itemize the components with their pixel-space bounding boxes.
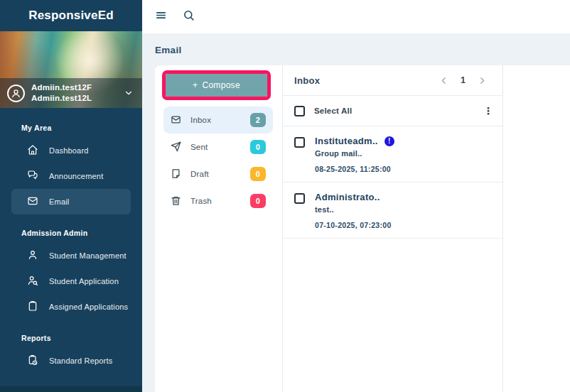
sidebar-item-label: Standard Reports bbox=[49, 356, 112, 365]
select-all-row: Select All ⋮ bbox=[283, 96, 502, 126]
inbox-envelope-icon bbox=[171, 114, 181, 126]
inbox-header: Inbox 1 bbox=[283, 65, 502, 96]
email-checkbox[interactable] bbox=[294, 193, 305, 204]
sidebar-item-label: Assigned Applications bbox=[49, 303, 128, 311]
top-navbar bbox=[142, 0, 570, 34]
folder-label: Sent bbox=[190, 143, 208, 151]
clipboard-clock-icon bbox=[27, 354, 38, 367]
person-icon bbox=[27, 249, 38, 262]
profile-name: Admiin.test12F Admiin.test12L bbox=[31, 82, 92, 104]
profile-name-line2: Admiin.test12L bbox=[31, 94, 92, 102]
email-summary: Instituteadm.. ! Group mail.. 08-25-2025… bbox=[315, 136, 394, 173]
compose-highlight-box: + Compose bbox=[162, 70, 271, 100]
sidebar-item-label: Announcement bbox=[49, 172, 103, 180]
email-summary: Administrato.. test.. 07-10-2025, 07:23:… bbox=[315, 192, 392, 229]
page-header: Email bbox=[142, 34, 570, 65]
person-search-icon bbox=[27, 275, 38, 288]
pagination: 1 bbox=[439, 75, 487, 85]
folder-label: Trash bbox=[190, 197, 212, 205]
hamburger-icon[interactable] bbox=[155, 9, 167, 24]
inbox-panel-title: Inbox bbox=[294, 75, 320, 86]
email-list-item[interactable]: Instituteadm.. ! Group mail.. 08-25-2025… bbox=[283, 126, 502, 183]
sidebar-banner-image: Admiin.test12F Admiin.test12L bbox=[0, 31, 142, 108]
sidebar-item-label: Student Application bbox=[49, 277, 119, 285]
sidebar-nav: My Area Dashboard Announcement Email Adm… bbox=[0, 108, 142, 374]
folder-count-badge: 0 bbox=[250, 167, 266, 181]
sidebar-item-dashboard[interactable]: Dashboard bbox=[11, 138, 131, 163]
section-label-my-area: My Area bbox=[21, 124, 131, 132]
sidebar-item-label: Student Management bbox=[49, 251, 127, 260]
select-all-label: Select All bbox=[314, 107, 352, 115]
folder-list: Inbox 2 Sent 0 Draft 0 Trash 0 bbox=[155, 107, 282, 214]
email-folders-column: + Compose Inbox 2 Sent 0 Draft bbox=[155, 65, 282, 392]
email-sender: Administrato.. bbox=[315, 192, 380, 202]
email-reading-pane bbox=[503, 65, 570, 392]
folder-count-badge: 2 bbox=[250, 113, 266, 127]
sender-line: Administrato.. bbox=[315, 192, 392, 202]
draft-note-icon bbox=[171, 168, 181, 180]
folder-item-sent[interactable]: Sent 0 bbox=[163, 134, 273, 160]
email-subject: test.. bbox=[315, 205, 392, 214]
folder-count-badge: 0 bbox=[250, 140, 266, 154]
main-area: Email + Compose Inbox 2 Sent 0 bbox=[142, 0, 570, 392]
sidebar-item-student-application[interactable]: Student Application bbox=[11, 268, 131, 294]
folder-item-trash[interactable]: Trash 0 bbox=[163, 187, 273, 214]
plus-icon: + bbox=[193, 80, 198, 90]
clipboard-icon bbox=[27, 300, 38, 313]
folder-item-inbox[interactable]: Inbox 2 bbox=[163, 107, 273, 134]
sidebar-item-student-management[interactable]: Student Management bbox=[11, 243, 131, 268]
kebab-menu-icon[interactable]: ⋮ bbox=[483, 109, 494, 113]
email-list-item[interactable]: Administrato.. test.. 07-10-2025, 07:23:… bbox=[283, 183, 502, 239]
section-label-admission-admin: Admission Admin bbox=[21, 229, 131, 237]
folder-count-badge: 0 bbox=[250, 194, 266, 208]
sidebar-item-announcement[interactable]: Announcement bbox=[11, 163, 131, 189]
folder-label: Inbox bbox=[190, 116, 211, 124]
email-subject: Group mail.. bbox=[315, 149, 394, 158]
sidebar-item-label: Email bbox=[49, 197, 70, 206]
profile-name-line1: Admiin.test12F bbox=[31, 83, 92, 92]
sidebar-item-assigned-applications[interactable]: Assigned Applications bbox=[11, 294, 131, 320]
email-icon bbox=[27, 195, 38, 208]
sidebar-item-email[interactable]: Email bbox=[11, 189, 131, 214]
folder-item-draft[interactable]: Draft 0 bbox=[163, 160, 273, 187]
compose-button[interactable]: + Compose bbox=[166, 74, 267, 97]
person-circle-icon bbox=[7, 85, 25, 102]
home-icon bbox=[27, 144, 38, 157]
inbox-list-panel: Inbox 1 Select All ⋮ Instituteadm.. ! bbox=[283, 65, 502, 392]
trash-icon bbox=[171, 195, 181, 207]
compose-button-label: Compose bbox=[202, 80, 240, 90]
pagination-next-button[interactable] bbox=[478, 76, 487, 85]
pagination-prev-button[interactable] bbox=[439, 76, 448, 85]
email-checkbox[interactable] bbox=[294, 137, 305, 148]
select-all-checkbox[interactable] bbox=[294, 106, 305, 116]
page-title: Email bbox=[155, 45, 182, 55]
pagination-page-number: 1 bbox=[461, 75, 466, 85]
app-logo: ResponsiveEd bbox=[0, 0, 142, 31]
sidebar-item-standard-reports[interactable]: Standard Reports bbox=[11, 348, 131, 374]
email-date: 07-10-2025, 07:23:00 bbox=[315, 221, 392, 229]
folder-label: Draft bbox=[190, 170, 209, 178]
announcement-icon bbox=[27, 170, 38, 183]
alert-badge-icon: ! bbox=[385, 136, 394, 146]
send-plane-icon bbox=[171, 141, 181, 153]
email-date: 08-25-2025, 11:25:00 bbox=[315, 165, 394, 173]
section-label-reports: Reports bbox=[21, 334, 131, 342]
sidebar: ResponsiveEd Admiin.test12F Admiin.test1… bbox=[0, 0, 142, 392]
sidebar-item-label: Dashboard bbox=[49, 146, 89, 155]
email-content-card: + Compose Inbox 2 Sent 0 Draft bbox=[155, 65, 570, 392]
search-icon[interactable] bbox=[183, 9, 195, 24]
profile-menu[interactable]: Admiin.test12F Admiin.test12L bbox=[0, 78, 142, 108]
email-sender: Instituteadm.. bbox=[315, 136, 378, 146]
chevron-down-icon bbox=[124, 88, 134, 98]
sender-line: Instituteadm.. ! bbox=[315, 136, 394, 146]
